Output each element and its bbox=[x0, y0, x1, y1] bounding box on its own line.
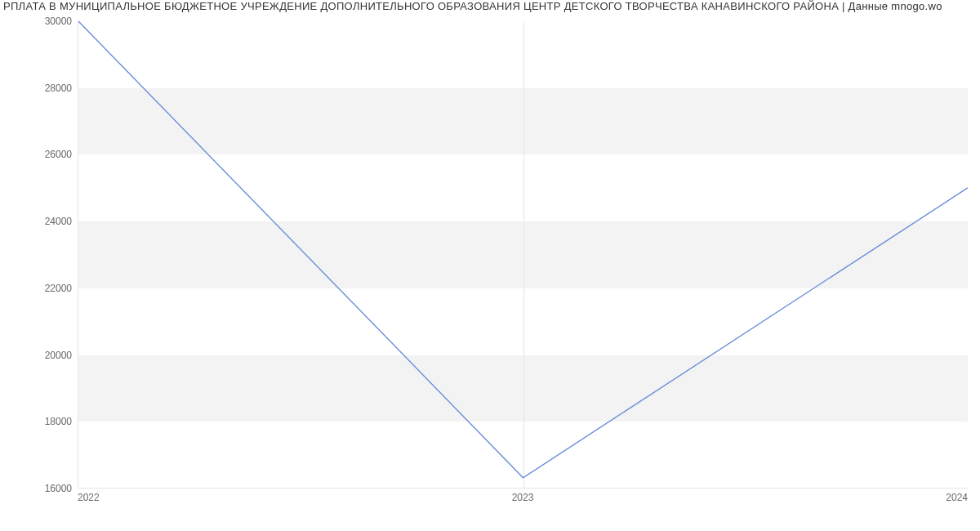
x-axis-tick: 2022 bbox=[78, 492, 100, 503]
y-axis-tick: 30000 bbox=[7, 16, 72, 27]
y-axis-tick: 24000 bbox=[7, 216, 72, 227]
x-axis-tick: 2023 bbox=[512, 492, 534, 503]
y-axis-tick: 22000 bbox=[7, 283, 72, 294]
plot-area bbox=[78, 21, 968, 489]
chart-title: РПЛАТА В МУНИЦИПАЛЬНОЕ БЮДЖЕТНОЕ УЧРЕЖДЕ… bbox=[0, 0, 980, 15]
y-axis-tick: 26000 bbox=[7, 149, 72, 160]
y-axis-tick: 18000 bbox=[7, 416, 72, 427]
line-series bbox=[78, 21, 968, 488]
plot-container: 1600018000200002200024000260002800030000… bbox=[0, 15, 980, 513]
y-axis-tick: 28000 bbox=[7, 83, 72, 94]
x-axis-tick: 2024 bbox=[946, 492, 968, 503]
y-axis-tick: 16000 bbox=[7, 483, 72, 494]
y-axis-tick: 20000 bbox=[7, 350, 72, 361]
